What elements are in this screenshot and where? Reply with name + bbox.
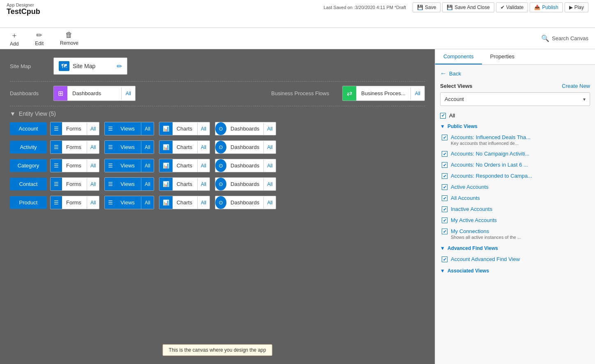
view-item[interactable]: ✔ All Accounts xyxy=(440,192,590,204)
dashboards-entity-all-btn[interactable]: All xyxy=(263,160,276,172)
public-views-section[interactable]: ▼ Public Views xyxy=(440,124,590,129)
edit-button[interactable]: ✏ Edit xyxy=(32,29,47,48)
publish-button[interactable]: 📤 Publish xyxy=(530,2,563,12)
bpf-all-btn[interactable]: All xyxy=(411,87,424,100)
charts-component-2[interactable]: 📊 Charts All xyxy=(159,159,210,172)
dashboards-icon: ⊞ xyxy=(54,86,67,101)
view-item[interactable]: ✔ Active Accounts xyxy=(440,181,590,192)
views-all-btn[interactable]: All xyxy=(141,178,153,190)
charts-all-btn[interactable]: All xyxy=(197,178,210,190)
search-canvas[interactable]: 🔍 Search Canvas xyxy=(541,34,588,42)
add-button[interactable]: ＋ Add xyxy=(7,29,22,48)
dashboards-entity-component-0[interactable]: ⊙ Dashboards All xyxy=(215,122,276,135)
forms-component-4[interactable]: ☰ Forms All xyxy=(50,196,99,209)
views-component-4[interactable]: ☰ Views All xyxy=(104,196,154,209)
charts-component-3[interactable]: 📊 Charts All xyxy=(159,177,210,191)
forms-component-0[interactable]: ☰ Forms All xyxy=(50,122,99,135)
view-item[interactable]: ✔ Accounts: No Orders in Last 6 ... xyxy=(440,159,590,170)
site-map-card[interactable]: 🗺 Site Map ✏ xyxy=(53,57,127,75)
charts-all-btn[interactable]: All xyxy=(197,160,210,172)
view-checkbox[interactable]: ✔ xyxy=(442,162,447,168)
forms-component-1[interactable]: ☰ Forms All xyxy=(50,140,99,154)
remove-button[interactable]: 🗑 Remove xyxy=(57,29,82,48)
view-item[interactable]: ✔ Inactive Accounts xyxy=(440,204,590,215)
advanced-find-section[interactable]: ▼ Advanced Find Views xyxy=(440,245,590,251)
dashboards-entity-component-4[interactable]: ⊙ Dashboards All xyxy=(215,196,276,209)
view-item-title: Accounts: No Orders in Last 6 ... xyxy=(451,162,528,168)
views-component-2[interactable]: ☰ Views All xyxy=(104,159,154,172)
advanced-view-item[interactable]: ✔ Account Advanced Find View xyxy=(440,254,590,265)
dashboards-card[interactable]: ⊞ Dashboards All xyxy=(53,86,136,101)
view-item[interactable]: ✔ Accounts: Influenced Deals Tha... Key … xyxy=(440,132,590,148)
view-item-title: My Connections xyxy=(451,228,521,234)
validate-button[interactable]: ✔ Validate xyxy=(496,2,528,12)
dashboards-entity-component-1[interactable]: ⊙ Dashboards All xyxy=(215,140,276,154)
views-component-1[interactable]: ☰ Views All xyxy=(104,140,154,154)
dashboards-entity-icon: ⊙ xyxy=(215,178,226,190)
dashboards-entity-all-btn[interactable]: All xyxy=(263,123,276,135)
canvas-area[interactable]: Site Map 🗺 Site Map ✏ Dashboards ⊞ Dashb… xyxy=(0,49,435,364)
forms-all-btn[interactable]: All xyxy=(87,141,99,153)
dashboards-entity-component-2[interactable]: ⊙ Dashboards All xyxy=(215,159,276,172)
all-check-row[interactable]: ✔ All xyxy=(440,111,590,120)
associated-views-section[interactable]: ▼ Associated Views xyxy=(440,268,590,274)
views-all-btn[interactable]: All xyxy=(141,123,153,135)
view-checkbox[interactable]: ✔ xyxy=(442,195,447,201)
site-map-row: Site Map 🗺 Site Map ✏ xyxy=(10,57,425,75)
view-checkbox[interactable]: ✔ xyxy=(442,173,447,179)
forms-all-btn[interactable]: All xyxy=(87,178,99,190)
forms-label: Forms xyxy=(62,141,87,153)
forms-all-btn[interactable]: All xyxy=(87,197,99,209)
dashboards-entity-component-3[interactable]: ⊙ Dashboards All xyxy=(215,177,276,191)
bpf-card[interactable]: ⇄ Business Proces... All xyxy=(342,86,425,101)
view-item[interactable]: ✔ My Active Accounts xyxy=(440,215,590,226)
entity-btn-account[interactable]: Account xyxy=(10,122,47,135)
dashboards-entity-all-btn[interactable]: All xyxy=(263,141,276,153)
entity-dropdown[interactable]: Account ▾ xyxy=(440,92,590,106)
view-checkbox[interactable]: ✔ xyxy=(442,151,447,157)
save-button[interactable]: 💾 Save xyxy=(413,2,440,12)
views-all-btn[interactable]: All xyxy=(141,197,153,209)
view-item[interactable]: ✔ Accounts: Responded to Campa... xyxy=(440,170,590,181)
dashboards-entity-icon: ⊙ xyxy=(215,196,226,209)
forms-component-2[interactable]: ☰ Forms All xyxy=(50,159,99,172)
dashboards-entity-all-btn[interactable]: All xyxy=(263,178,276,190)
forms-all-btn[interactable]: All xyxy=(87,160,99,172)
all-checkbox[interactable]: ✔ xyxy=(440,113,446,119)
views-all-btn[interactable]: All xyxy=(141,160,153,172)
view-checkbox[interactable]: ✔ xyxy=(442,217,447,223)
dashboards-all-btn[interactable]: All xyxy=(121,87,135,100)
forms-component-3[interactable]: ☰ Forms All xyxy=(50,177,99,191)
tab-properties[interactable]: Properties xyxy=(482,49,523,64)
view-item[interactable]: ✔ Accounts: No Campaign Activiti... xyxy=(440,148,590,159)
sitemap-edit-icon[interactable]: ✏ xyxy=(117,62,122,70)
charts-all-btn[interactable]: All xyxy=(197,141,210,153)
dashboards-entity-all-btn[interactable]: All xyxy=(263,197,276,209)
charts-all-btn[interactable]: All xyxy=(197,197,210,209)
charts-all-btn[interactable]: All xyxy=(197,123,210,135)
entity-btn-product[interactable]: Product xyxy=(10,196,47,209)
save-close-button[interactable]: 💾 Save And Close xyxy=(442,2,494,12)
view-checkbox[interactable]: ✔ xyxy=(442,229,447,234)
create-new-link[interactable]: Create New xyxy=(562,83,590,89)
forms-all-btn[interactable]: All xyxy=(87,123,99,135)
charts-component-4[interactable]: 📊 Charts All xyxy=(159,196,210,209)
views-component-3[interactable]: ☰ Views All xyxy=(104,177,154,191)
tab-components[interactable]: Components xyxy=(435,49,482,64)
charts-component-0[interactable]: 📊 Charts All xyxy=(159,122,210,135)
entity-btn-category[interactable]: Category xyxy=(10,159,47,172)
view-item[interactable]: ✔ My Connections Shows all active instan… xyxy=(440,226,590,242)
advanced-view-checkbox[interactable]: ✔ xyxy=(442,256,447,262)
back-button[interactable]: ← Back xyxy=(440,70,590,77)
charts-component-1[interactable]: 📊 Charts All xyxy=(159,140,210,154)
view-checkbox[interactable]: ✔ xyxy=(442,206,447,212)
entity-view-header[interactable]: ▼ Entity View (5) xyxy=(10,110,425,117)
entity-btn-contact[interactable]: Contact xyxy=(10,178,47,190)
entity-btn-activity[interactable]: Activity xyxy=(10,141,47,153)
public-views-list: ✔ Accounts: Influenced Deals Tha... Key … xyxy=(440,132,590,242)
views-component-0[interactable]: ☰ Views All xyxy=(104,122,154,135)
play-button[interactable]: ▶ Play xyxy=(565,2,588,12)
view-checkbox[interactable]: ✔ xyxy=(442,184,447,190)
views-all-btn[interactable]: All xyxy=(141,141,153,153)
view-checkbox[interactable]: ✔ xyxy=(442,135,447,140)
